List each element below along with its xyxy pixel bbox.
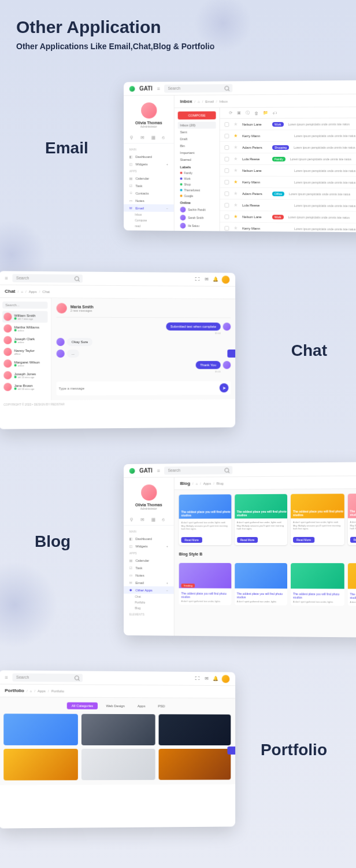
mail-icon[interactable]: ✉	[140, 135, 146, 141]
online-user[interactable]: Sarah Smith	[178, 214, 216, 222]
row-checkbox[interactable]	[224, 179, 229, 184]
archive-icon[interactable]: ▣	[237, 111, 241, 115]
email-row[interactable]: ★ Lula Reese Lorem ipsum perspiciatis un…	[220, 200, 356, 212]
portfolio-item[interactable]	[3, 749, 78, 781]
blog-card[interactable]: The oddest place you will find photo stu…	[347, 563, 356, 606]
filter-button[interactable]: All Categories	[67, 703, 98, 709]
email-label[interactable]: Shop	[178, 182, 216, 187]
menu-icon[interactable]: ≡	[157, 86, 160, 91]
calendar-icon[interactable]: ▦	[151, 517, 157, 523]
nav-widgets[interactable]: ◫Widgets+	[124, 160, 174, 168]
home-icon[interactable]: ⌂	[21, 289, 23, 293]
search-input[interactable]: Search	[13, 673, 83, 682]
home-icon[interactable]: ⌂	[196, 481, 198, 485]
read-more-button[interactable]: Read More	[293, 537, 314, 543]
user-avatar[interactable]	[222, 675, 230, 683]
user-avatar[interactable]	[222, 275, 230, 284]
nav-sub-blog[interactable]: Blog	[124, 605, 174, 611]
expand-icon[interactable]: ⛶	[195, 675, 201, 681]
email-row[interactable]: ★ Adam Peters Office Lorem ipsum perspic…	[220, 188, 356, 200]
read-more-button[interactable]: Read More	[237, 537, 258, 543]
blog-card[interactable]: TrendingThe oddest place you will find p…	[179, 563, 231, 605]
email-folder[interactable]: Inbox (20)	[178, 122, 216, 128]
nav-email[interactable]: ✉Email−	[124, 204, 174, 212]
star-icon[interactable]: ★	[233, 122, 238, 127]
chat-contact[interactable]: Jane Brownleft 50 mins ago	[2, 381, 47, 392]
portfolio-item[interactable]	[81, 749, 155, 780]
nav-task[interactable]: ☑Task	[124, 564, 174, 572]
nav-calendar[interactable]: ▤Calendar	[124, 557, 174, 564]
nav-sub-inbox[interactable]: Inbox	[124, 212, 174, 218]
portfolio-item[interactable]	[158, 749, 231, 780]
nav-notes[interactable]: ▭Notes	[124, 197, 174, 204]
email-label[interactable]: Family	[178, 170, 216, 176]
row-checkbox[interactable]	[224, 214, 229, 219]
star-icon[interactable]: ★	[233, 191, 238, 196]
online-user[interactable]: Sachin Pandit	[178, 205, 216, 214]
profile[interactable]: Olivia Thomas Administrator	[124, 482, 174, 515]
menu-icon[interactable]: ≡	[5, 275, 8, 281]
blog-card[interactable]: The oddest place you will find photo stu…	[291, 563, 344, 606]
chat-contact[interactable]: Joseph Clarkonline	[2, 334, 47, 346]
portfolio-item[interactable]	[3, 713, 78, 745]
user-icon[interactable]: ⚲	[129, 135, 135, 141]
filter-button[interactable]: Web Design	[101, 703, 129, 709]
mail-icon[interactable]: ✉	[140, 517, 146, 523]
home-icon[interactable]: ⌂	[198, 100, 200, 103]
portfolio-item[interactable]	[81, 714, 155, 745]
nav-sub-read[interactable]: read	[124, 223, 174, 229]
email-label[interactable]: Work	[178, 176, 216, 182]
read-more-button[interactable]: Read More	[181, 537, 202, 543]
row-checkbox[interactable]	[224, 122, 229, 127]
star-icon[interactable]: ★	[233, 226, 238, 231]
search-input[interactable]: Search	[13, 274, 83, 282]
star-icon[interactable]: ★	[233, 214, 238, 219]
row-checkbox[interactable]	[224, 226, 229, 230]
email-label[interactable]: Themeforest	[178, 187, 216, 193]
star-icon[interactable]: ★	[233, 168, 238, 173]
nav-email[interactable]: ✉Email+	[124, 579, 174, 586]
folder-icon[interactable]: 📁	[263, 111, 268, 115]
mail-icon[interactable]: ✉	[203, 676, 209, 682]
nav-notes[interactable]: ▭Notes	[124, 571, 174, 579]
user-icon[interactable]: ⚲	[129, 517, 135, 523]
compose-button[interactable]: COMPOSE	[178, 111, 216, 119]
bell-icon[interactable]: 🔔	[213, 676, 218, 682]
tag-icon[interactable]: 🏷	[273, 111, 277, 115]
star-icon[interactable]: ★	[233, 203, 238, 208]
email-row[interactable]: ★ Lula Reese Family Lorem ipsum perspici…	[220, 153, 356, 165]
home-icon[interactable]: ⌂	[30, 689, 32, 693]
chat-contact[interactable]: Nancy Tayloroffline	[2, 346, 47, 358]
bell-icon[interactable]: 🔔	[213, 277, 218, 282]
row-checkbox[interactable]	[224, 203, 229, 207]
email-row[interactable]: ★ Kerry Mann Lorem ipsum perspiciatis un…	[220, 130, 356, 142]
nav-other-apps[interactable]: ✱Other Apps+	[124, 229, 174, 233]
nav-dashboard[interactable]: ◧Dashboard	[124, 153, 174, 160]
read-more-button[interactable]: Read More	[350, 537, 356, 543]
portfolio-item[interactable]	[158, 714, 231, 745]
blog-card[interactable]: The oddest place you will find photo stu…	[291, 494, 344, 545]
email-label[interactable]: Google	[178, 193, 216, 198]
search-input[interactable]: Search	[165, 84, 233, 93]
row-checkbox[interactable]	[224, 156, 229, 161]
mail-icon[interactable]: ✉	[203, 277, 209, 282]
profile[interactable]: Olivia Thomas Administrator	[124, 100, 174, 133]
menu-icon[interactable]: ≡	[157, 468, 160, 473]
row-checkbox[interactable]	[224, 168, 229, 172]
expand-icon[interactable]: ⛶	[195, 276, 201, 282]
trash-icon[interactable]: 🗑	[254, 111, 258, 115]
side-widget-button[interactable]	[227, 746, 235, 755]
blog-card[interactable]: The oddest place you will find photo stu…	[235, 494, 287, 545]
row-checkbox[interactable]	[224, 191, 229, 196]
chat-search-input[interactable]: Search...	[2, 301, 47, 308]
info-icon[interactable]: ⓘ	[246, 110, 250, 116]
calendar-icon[interactable]: ▦	[151, 135, 157, 141]
filter-button[interactable]: PSD	[153, 703, 169, 709]
refresh-icon[interactable]: ⟳	[229, 111, 232, 115]
email-row[interactable]: ★ Kerry Mann Lorem ipsum perspiciatis un…	[220, 223, 356, 233]
nav-contacts[interactable]: ☺Contacts	[124, 189, 174, 197]
message-input[interactable]	[59, 386, 216, 390]
star-icon[interactable]: ★	[233, 156, 238, 161]
search-input[interactable]: Search	[165, 466, 233, 475]
nav-widgets[interactable]: ◫Widgets+	[124, 542, 174, 550]
